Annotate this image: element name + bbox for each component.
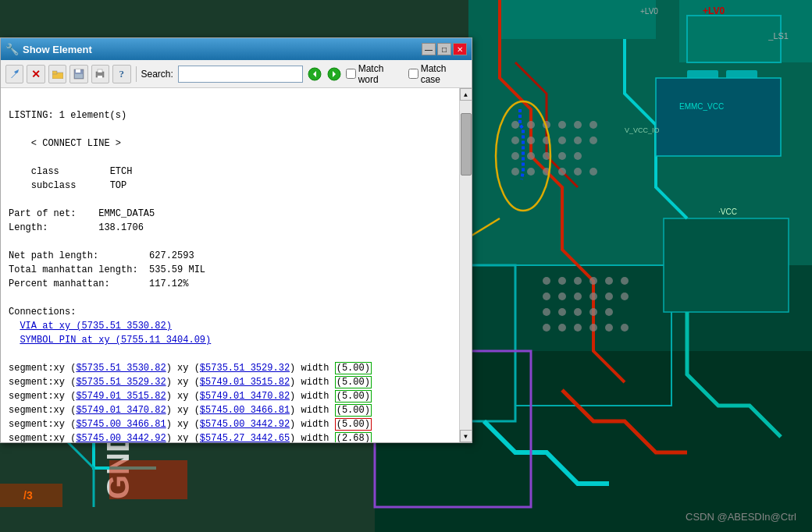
svg-point-47 — [574, 308, 582, 316]
search-input[interactable] — [178, 66, 303, 83]
scroll-up-arrow[interactable]: ▲ — [460, 88, 472, 101]
svg-point-14 — [574, 121, 582, 129]
minimize-button[interactable]: — — [422, 43, 436, 55]
match-case-checkbox[interactable] — [408, 69, 418, 79]
seg6-link2[interactable]: $5745.27 3442.65 — [200, 433, 290, 442]
scroll-thumb[interactable] — [461, 113, 472, 176]
print-button[interactable] — [91, 65, 109, 83]
segment5: segment:xy ($5745.00 3466.81) xy ($5745.… — [9, 418, 372, 431]
svg-point-36 — [589, 277, 597, 285]
svg-rect-79 — [76, 69, 80, 73]
svg-text:/3: /3 — [23, 489, 33, 502]
svg-point-49 — [605, 308, 613, 316]
svg-point-38 — [621, 277, 629, 285]
svg-rect-9 — [664, 218, 789, 312]
svg-point-37 — [605, 277, 613, 285]
seg1-link1[interactable]: $5735.51 3530.82 — [76, 363, 166, 374]
net-info: Part of net: EMMC_DATA5 Length: 138.1706 — [9, 208, 155, 233]
svg-rect-83 — [98, 76, 102, 78]
seg6-link1[interactable]: $5745.00 3442.92 — [76, 433, 166, 442]
svg-point-16 — [511, 137, 519, 144]
seg1-link2[interactable]: $5735.51 3529.32 — [200, 363, 290, 374]
svg-text:EMMC_VCC: EMMC_VCC — [679, 102, 724, 111]
connections-header: Connections: VIA at xy (5735.51 3530.82)… — [9, 307, 211, 346]
close-button[interactable]: ✕ — [453, 43, 467, 55]
class-label: class ETCH — [31, 166, 133, 177]
svg-point-45 — [543, 308, 550, 316]
scrollbar[interactable]: ▲ ▼ — [459, 88, 472, 442]
svg-text:·VCC: ·VCC — [718, 207, 737, 216]
help-button[interactable]: ? — [112, 65, 130, 83]
seg4-link1[interactable]: $5749.01 3470.82 — [76, 405, 166, 416]
wrench-button[interactable] — [5, 65, 23, 83]
seg2-link1[interactable]: $5735.51 3529.32 — [76, 377, 166, 388]
svg-point-15 — [589, 121, 597, 129]
seg5-link2[interactable]: $5745.00 3442.92 — [200, 419, 290, 430]
svg-point-54 — [605, 324, 613, 332]
svg-point-42 — [589, 293, 597, 300]
svg-point-25 — [558, 152, 566, 160]
listing-header: LISTING: 1 element(s) — [9, 110, 126, 121]
match-word-checkbox[interactable] — [346, 69, 356, 79]
svg-point-24 — [543, 152, 550, 160]
save-button[interactable] — [69, 65, 87, 83]
svg-point-30 — [558, 168, 566, 176]
svg-rect-69 — [109, 460, 187, 499]
svg-rect-4 — [500, 0, 656, 39]
svg-point-27 — [511, 168, 519, 176]
match-word-label[interactable]: Match word — [346, 63, 405, 85]
path-info: Net path length: 627.2593 Total manhatta… — [9, 250, 205, 289]
title-bar: 🔧 Show Element — □ ✕ — [1, 38, 472, 60]
svg-point-55 — [621, 324, 629, 332]
maximize-button[interactable]: □ — [437, 43, 451, 55]
show-element-dialog: 🔧 Show Element — □ ✕ ✕ — [0, 37, 472, 443]
svg-point-33 — [543, 277, 550, 285]
svg-point-11 — [527, 121, 535, 129]
seg3-link2[interactable]: $5749.01 3470.82 — [200, 391, 290, 402]
search-prev-button[interactable] — [306, 66, 322, 83]
segment2: segment:xy ($5735.51 3529.32) xy ($5749.… — [9, 376, 372, 388]
svg-rect-5 — [679, 0, 812, 62]
svg-point-51 — [558, 324, 566, 332]
content-area: LISTING: 1 element(s) < CONNECT LINE > c… — [1, 88, 472, 442]
svg-point-50 — [543, 324, 550, 332]
title-controls: — □ ✕ — [422, 43, 467, 55]
search-next-button[interactable] — [326, 66, 342, 83]
seg2-link2[interactable]: $5749.01 3515.82 — [200, 377, 290, 388]
svg-rect-82 — [98, 69, 102, 73]
segment6: segment:xy ($5745.00 3442.92) xy ($5745.… — [9, 432, 372, 442]
toolbar: ✕ ? Search: — [1, 60, 472, 88]
seg3-link1[interactable]: $5749.01 3515.82 — [76, 391, 166, 402]
svg-point-21 — [589, 137, 597, 144]
segment1: segment:xy ($5735.51 3530.82) xy ($5735.… — [9, 362, 372, 374]
subclass-label: subclass TOP — [31, 180, 126, 191]
svg-point-28 — [527, 168, 535, 176]
text-content[interactable]: LISTING: 1 element(s) < CONNECT LINE > c… — [1, 88, 459, 442]
svg-point-43 — [605, 293, 613, 300]
svg-point-35 — [574, 277, 582, 285]
svg-point-19 — [558, 137, 566, 144]
svg-rect-71 — [656, 78, 781, 156]
conn1-link[interactable]: VIA at xy (5735.51 3530.82) — [20, 321, 171, 332]
svg-point-53 — [589, 324, 597, 332]
seg5-link1[interactable]: $5745.00 3466.81 — [76, 419, 166, 430]
svg-text:V_VCC_IO: V_VCC_IO — [625, 126, 660, 134]
svg-point-48 — [589, 308, 597, 316]
scroll-down-arrow[interactable]: ▼ — [460, 430, 472, 442]
search-label: Search: — [141, 69, 173, 80]
svg-point-34 — [558, 277, 566, 285]
svg-point-10 — [511, 121, 519, 129]
match-case-label[interactable]: Match case — [408, 63, 467, 85]
delete-button[interactable]: ✕ — [27, 65, 45, 83]
svg-text:_LS1: _LS1 — [767, 31, 789, 41]
element-type: < CONNECT LINE > — [31, 138, 121, 149]
conn2-link[interactable]: SYMBOL PIN at xy (5755.11 3404.09) — [20, 335, 211, 346]
window-title: Show Element — [23, 44, 92, 55]
window-icon: 🔧 — [5, 43, 18, 55]
svg-text:+LV0: +LV0 — [640, 7, 658, 16]
folder-button[interactable] — [48, 65, 66, 83]
svg-rect-77 — [52, 71, 57, 74]
seg4-link2[interactable]: $5745.00 3466.81 — [200, 405, 290, 416]
svg-point-32 — [589, 168, 597, 176]
svg-point-31 — [574, 168, 582, 176]
